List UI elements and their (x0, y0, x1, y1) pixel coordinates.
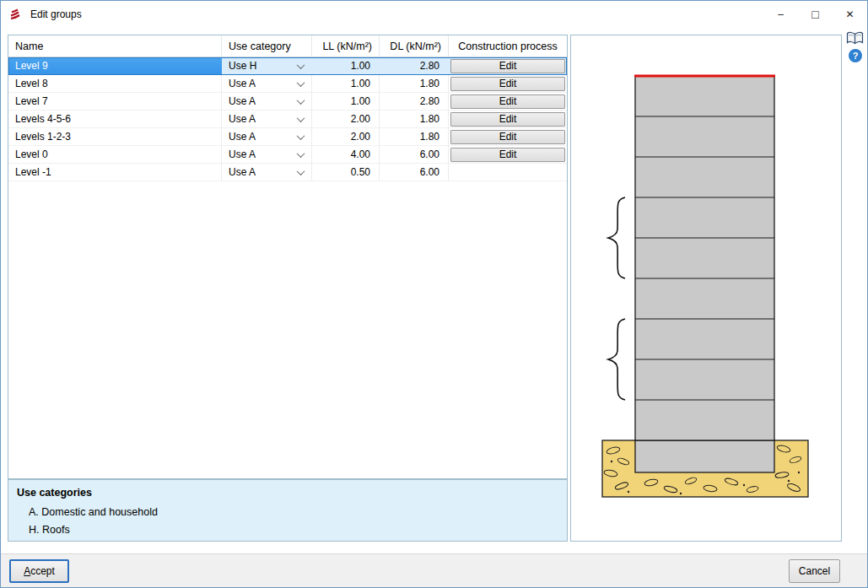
row-name-cell[interactable]: Level -1 (8, 164, 222, 181)
use-category-dropdown[interactable]: Use A (222, 164, 312, 181)
column-header-use-category: Use category (222, 35, 312, 57)
use-category-value: Use A (229, 78, 256, 89)
table-row[interactable]: Level 8 Use A 1.00 1.80 Edit (8, 75, 567, 93)
column-header-dl: DL (kN/m²) (380, 35, 449, 57)
maximize-icon: □ (811, 8, 818, 21)
building-drawing (571, 35, 841, 541)
construction-cell: Edit (449, 93, 567, 110)
use-category-dropdown[interactable]: Use H (222, 57, 312, 74)
info-panel-title: Use categories (17, 487, 558, 499)
dl-cell[interactable]: 2.80 (380, 57, 449, 74)
column-header-ll: LL (kN/m²) (312, 35, 380, 57)
accept-button[interactable]: Accept (9, 559, 69, 583)
construction-cell: Edit (449, 75, 567, 92)
construction-cell: Edit (449, 128, 567, 145)
basement-slab (635, 440, 774, 472)
book-icon[interactable] (846, 31, 864, 46)
help-glyph: ? (853, 51, 859, 61)
use-category-dropdown[interactable]: Use A (222, 93, 312, 110)
dl-cell[interactable]: 2.80 (380, 93, 449, 110)
ll-cell[interactable]: 0.50 (312, 164, 380, 181)
dl-cell[interactable]: 6.00 (380, 164, 449, 181)
use-category-dropdown[interactable]: Use A (222, 128, 312, 145)
chevron-down-icon[interactable] (297, 96, 305, 105)
chevron-down-icon[interactable] (297, 149, 305, 158)
use-category-value: Use A (229, 95, 256, 107)
row-name-cell[interactable]: Level 7 (8, 93, 222, 110)
table-row[interactable]: Levels 4-5-6 Use A 2.00 1.80 Edit (8, 111, 567, 128)
close-button[interactable]: ✕ (833, 1, 867, 28)
footer-bar: Accept Cancel (1, 553, 867, 588)
use-category-dropdown[interactable]: Use A (222, 146, 312, 163)
group-brace (608, 197, 625, 278)
help-icon[interactable]: ? (849, 49, 862, 62)
row-name-cell[interactable]: Level 8 (8, 75, 222, 92)
accept-label-rest: ccept (30, 565, 55, 577)
group-brace (608, 319, 625, 400)
edit-button[interactable]: Edit (450, 130, 565, 144)
close-icon: ✕ (845, 8, 854, 20)
dl-cell[interactable]: 1.80 (380, 111, 449, 127)
column-header-name: Name (8, 35, 222, 57)
table-row[interactable]: Levels 1-2-3 Use A 2.00 1.80 Edit (8, 128, 567, 146)
use-category-value: Use A (229, 166, 256, 178)
table-row[interactable]: Level -1 Use A 0.50 6.00 (8, 164, 567, 181)
table-row[interactable]: Level 0 Use A 4.00 6.00 Edit (8, 146, 567, 164)
chevron-down-icon[interactable] (297, 78, 305, 87)
maximize-button[interactable]: □ (798, 1, 833, 28)
use-categories-info-panel: Use categories A. Domestic and household… (8, 479, 568, 542)
use-category-dropdown[interactable]: Use A (222, 111, 312, 127)
dl-cell[interactable]: 1.80 (380, 75, 449, 92)
edit-button[interactable]: Edit (450, 77, 565, 91)
use-category-item: H. Roofs (17, 521, 558, 539)
window-controls: – □ ✕ (763, 1, 867, 28)
window-title: Edit groups (30, 8, 82, 20)
dl-cell[interactable]: 1.80 (380, 128, 449, 145)
chevron-down-icon[interactable] (297, 61, 305, 69)
use-category-value: Use H (229, 60, 256, 72)
minimize-icon: – (778, 8, 784, 20)
construction-cell: Edit (449, 57, 567, 74)
edit-button[interactable]: Edit (450, 59, 565, 73)
column-header-construction: Construction process (449, 35, 567, 57)
accept-label-mnemonic: A (24, 565, 30, 577)
table-header-row: Name Use category LL (kN/m²) DL (kN/m²) … (8, 35, 567, 57)
row-name-cell[interactable]: Levels 4-5-6 (8, 111, 222, 127)
ll-cell[interactable]: 1.00 (312, 75, 380, 92)
chevron-down-icon[interactable] (297, 167, 305, 175)
building-body (635, 76, 774, 440)
edit-button[interactable]: Edit (450, 112, 565, 127)
building-elevation-preview (570, 35, 842, 542)
ll-cell[interactable]: 2.00 (312, 128, 380, 145)
use-category-value: Use A (229, 113, 256, 125)
row-name-cell[interactable]: Level 0 (8, 146, 222, 163)
minimize-button[interactable]: – (763, 1, 798, 28)
use-category-value: Use A (229, 148, 256, 160)
edit-button[interactable]: Edit (450, 94, 565, 109)
cancel-button[interactable]: Cancel (789, 559, 840, 583)
row-name-cell[interactable]: Levels 1-2-3 (8, 128, 222, 145)
construction-cell: Edit (449, 111, 567, 127)
use-category-value: Use A (229, 131, 256, 143)
title-bar: Edit groups – □ ✕ (1, 1, 867, 28)
use-category-item: A. Domestic and household (17, 504, 558, 521)
chevron-down-icon[interactable] (297, 132, 305, 140)
groups-table: Name Use category LL (kN/m²) DL (kN/m²) … (8, 35, 568, 479)
row-name-cell[interactable]: Level 9 (8, 57, 222, 74)
use-category-dropdown[interactable]: Use A (222, 75, 312, 92)
table-row[interactable]: Level 7 Use A 1.00 2.80 Edit (8, 93, 567, 111)
table-row[interactable]: Level 9 Use H 1.00 2.80 Edit (8, 57, 567, 75)
construction-cell (449, 164, 567, 181)
ll-cell[interactable]: 2.00 (312, 111, 380, 127)
chevron-down-icon[interactable] (297, 114, 305, 122)
dl-cell[interactable]: 6.00 (380, 146, 449, 163)
edit-button[interactable]: Edit (450, 148, 565, 162)
ll-cell[interactable]: 1.00 (312, 57, 380, 74)
ll-cell[interactable]: 1.00 (312, 93, 380, 110)
app-icon (8, 8, 23, 22)
ll-cell[interactable]: 4.00 (312, 146, 380, 163)
construction-cell: Edit (449, 146, 567, 163)
